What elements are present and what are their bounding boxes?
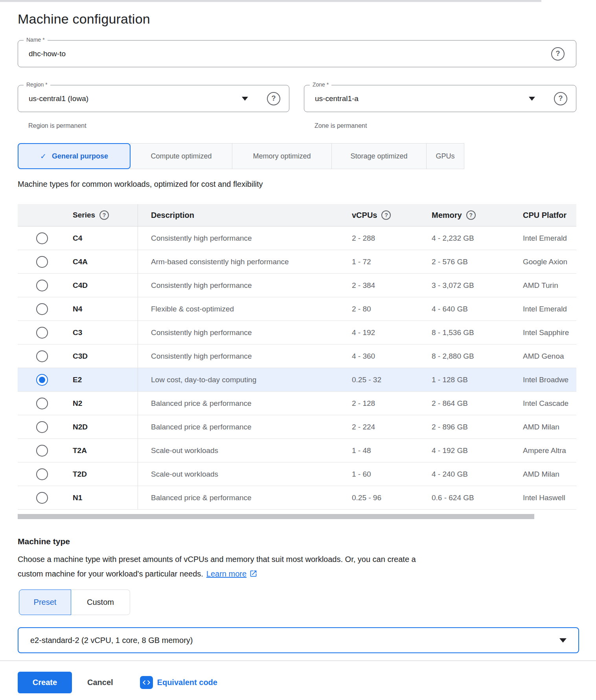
series-cpu-platform: AMD Milan: [523, 470, 576, 479]
series-cpu-platform: Intel Emerald: [523, 234, 576, 243]
series-memory: 2 - 864 GB: [432, 399, 523, 408]
series-radio[interactable]: [36, 303, 48, 315]
series-radio[interactable]: [36, 232, 48, 244]
name-field[interactable]: Name * dhc-how-to ?: [18, 40, 576, 67]
series-radio[interactable]: [36, 350, 48, 362]
machine-family-tabs: ✓ General purpose ✓ Compute optimized ✓ …: [18, 143, 596, 169]
series-radio[interactable]: [36, 280, 48, 291]
series-cpu-platform: Intel Haswell: [523, 494, 576, 502]
custom-button[interactable]: Custom: [71, 589, 130, 615]
table-row-c4d[interactable]: C4D Consistently high performance 2 - 38…: [18, 274, 576, 297]
tab-label: Memory optimized: [253, 152, 311, 160]
table-row-e2[interactable]: E2 Low cost, day-to-day computing 0.25 -…: [18, 368, 576, 392]
table-row-c4a[interactable]: C4A Arm-based consistently high performa…: [18, 250, 576, 274]
table-row-n2[interactable]: N2 Balanced price & performance 2 - 128 …: [18, 392, 576, 415]
table-row-n1[interactable]: N1 Balanced price & performance 0.25 - 9…: [18, 486, 576, 510]
chevron-down-icon[interactable]: [529, 97, 535, 101]
memory-help-icon[interactable]: ?: [466, 210, 476, 220]
series-name: T2A: [54, 446, 138, 455]
series-vcpus: 0.25 - 32: [352, 376, 432, 384]
table-row-c3d[interactable]: C3D Consistently high performance 4 - 36…: [18, 344, 576, 368]
series-name: T2D: [54, 470, 138, 479]
tab-memory-optimized[interactable]: ✓ Memory optimized: [232, 143, 332, 169]
series-description: Scale-out workloads: [138, 462, 352, 486]
series-memory: 1 - 128 GB: [432, 376, 523, 384]
equivalent-code-label: Equivalent code: [157, 678, 217, 687]
series-description: Consistently high performance: [138, 274, 352, 297]
series-name: N1: [54, 494, 138, 502]
series-vcpus: 2 - 288: [352, 234, 432, 243]
external-link-icon: [249, 569, 258, 578]
series-radio[interactable]: [36, 492, 48, 504]
region-label: Region *: [24, 81, 50, 88]
preset-custom-toggle: Preset Custom: [19, 589, 130, 615]
tab-general-purpose[interactable]: ✓ General purpose: [18, 143, 131, 169]
series-name: C4D: [54, 281, 138, 290]
series-name: C4A: [54, 258, 138, 266]
table-row-t2a[interactable]: T2A Scale-out workloads 1 - 48 4 - 192 G…: [18, 439, 576, 462]
series-table-header: Series ? Description vCPUs ? Memory ? CP…: [18, 204, 576, 227]
scrollbar-thumb[interactable]: [18, 514, 534, 519]
series-vcpus: 4 - 192: [352, 328, 432, 337]
footer-divider: [0, 660, 596, 661]
series-description: Consistently high performance: [138, 227, 352, 250]
table-row-c4[interactable]: C4 Consistently high performance 2 - 288…: [18, 227, 576, 250]
create-button[interactable]: Create: [18, 672, 72, 693]
horizontal-scrollbar[interactable]: [18, 514, 576, 519]
series-vcpus: 2 - 80: [352, 305, 432, 313]
equivalent-code-button[interactable]: Equivalent code: [140, 676, 217, 689]
series-name: N2D: [54, 423, 138, 431]
region-value: us-central1 (Iowa): [29, 94, 88, 103]
series-name: N2: [54, 399, 138, 408]
series-memory: 3 - 3,072 GB: [432, 281, 523, 290]
code-icon: [140, 676, 153, 689]
series-name: N4: [54, 305, 138, 313]
series-vcpus: 1 - 72: [352, 258, 432, 266]
name-field-value: dhc-how-to: [29, 50, 66, 58]
table-row-c3[interactable]: C3 Consistently high performance 4 - 192…: [18, 321, 576, 344]
tab-compute-optimized[interactable]: ✓ Compute optimized: [130, 143, 232, 169]
check-icon: ✓: [40, 152, 46, 161]
series-radio[interactable]: [36, 327, 48, 339]
region-select[interactable]: Region * us-central1 (Iowa) ?: [18, 85, 289, 112]
tab-label: GPUs: [436, 152, 454, 160]
vcpus-help-icon[interactable]: ?: [381, 210, 391, 220]
name-help-icon[interactable]: ?: [551, 47, 565, 61]
series-vcpus: 2 - 224: [352, 423, 432, 431]
series-radio[interactable]: [36, 374, 48, 386]
chevron-down-icon[interactable]: [559, 638, 567, 643]
table-row-t2d[interactable]: T2D Scale-out workloads 1 - 60 4 - 240 G…: [18, 462, 576, 486]
series-cpu-platform: Intel Emerald: [523, 305, 576, 313]
tab-gpus[interactable]: ✓ GPUs: [426, 143, 464, 169]
series-radio[interactable]: [36, 398, 48, 409]
zone-help-icon[interactable]: ?: [554, 92, 567, 105]
tab-storage-optimized[interactable]: ✓ Storage optimized: [331, 143, 427, 169]
region-help-icon[interactable]: ?: [267, 92, 280, 105]
table-row-n4[interactable]: N4 Flexible & cost-optimized 2 - 80 4 - …: [18, 297, 576, 321]
series-vcpus: 2 - 384: [352, 281, 432, 290]
machine-type-value: e2-standard-2 (2 vCPU, 1 core, 8 GB memo…: [30, 636, 193, 645]
chevron-down-icon[interactable]: [242, 97, 248, 101]
zone-value: us-central1-a: [315, 94, 359, 103]
series-radio[interactable]: [36, 256, 48, 268]
series-memory: 2 - 576 GB: [432, 258, 523, 266]
series-description: Balanced price & performance: [138, 415, 352, 438]
memory-column-header: Memory ?: [432, 210, 523, 220]
series-description: Consistently high performance: [138, 321, 352, 344]
preset-button[interactable]: Preset: [19, 589, 71, 615]
series-radio[interactable]: [36, 421, 48, 433]
series-help-icon[interactable]: ?: [99, 210, 109, 220]
series-cpu-platform: AMD Milan: [523, 423, 576, 431]
series-radio[interactable]: [36, 445, 48, 457]
panel-top-edge: [0, 0, 541, 2]
series-radio[interactable]: [36, 468, 48, 480]
series-memory: 8 - 2,880 GB: [432, 352, 523, 361]
table-row-n2d[interactable]: N2D Balanced price & performance 2 - 224…: [18, 415, 576, 439]
cancel-button[interactable]: Cancel: [87, 678, 113, 687]
series-memory: 0.6 - 624 GB: [432, 494, 523, 502]
learn-more-link[interactable]: Learn more: [206, 569, 246, 578]
machine-type-select[interactable]: e2-standard-2 (2 vCPU, 1 core, 8 GB memo…: [18, 627, 579, 653]
zone-select[interactable]: Zone * us-central1-a ?: [304, 85, 576, 112]
description-column-header: Description: [138, 204, 352, 226]
vcpus-column-header: vCPUs ?: [352, 210, 432, 220]
